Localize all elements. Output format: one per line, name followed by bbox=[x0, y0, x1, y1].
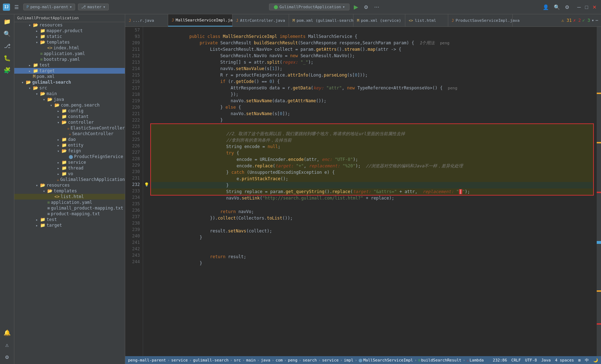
title-bar-center: ⬤ GulimallProductApplication ▾ ▶ ⚙ ⋯ bbox=[112, 3, 538, 11]
minimap[interactable] bbox=[597, 27, 601, 356]
close-button[interactable]: ✕ bbox=[591, 4, 598, 11]
breadcrumb-peng-mall-parent[interactable]: peng-mall-parent bbox=[128, 358, 166, 363]
run-button[interactable]: ▶ bbox=[352, 3, 360, 11]
breadcrumb-gulimall-search[interactable]: gulimall-search bbox=[193, 358, 229, 363]
search-button[interactable]: 🔍 bbox=[552, 4, 561, 11]
breadcrumb-search[interactable]: search bbox=[303, 358, 317, 363]
project-icon: P bbox=[26, 5, 29, 9]
html-file-icon: <> bbox=[47, 45, 52, 50]
activity-search-icon[interactable]: 🔍 bbox=[1, 28, 13, 39]
tab-pom-gulimall-search[interactable]: M pom.xml (gulimall-search) bbox=[289, 14, 353, 26]
sidebar-item-templates1[interactable]: ▾ 📂 templates bbox=[14, 39, 125, 45]
sidebar-item-com-peng-search[interactable]: ▾ 📂 com.peng.search bbox=[14, 102, 125, 108]
app-name-button[interactable]: ⬤ GulimallProductApplication ▾ bbox=[269, 4, 350, 10]
more-button[interactable]: ⋯ bbox=[373, 4, 381, 11]
tree-arrow-spacer bbox=[43, 206, 47, 210]
sidebar-item-java1[interactable]: ▾ 📂 java bbox=[14, 97, 125, 102]
theme-icon[interactable]: 中 bbox=[585, 358, 589, 363]
breadcrumb-java[interactable]: java bbox=[261, 358, 270, 363]
breadcrumb-lambda[interactable]: ⚠ Lambda bbox=[466, 358, 484, 363]
branch-selector[interactable]: ⎇ master ▾ bbox=[78, 4, 108, 10]
sidebar-item-index-html[interactable]: <> index.html bbox=[14, 45, 125, 51]
layout-icon[interactable]: ⊞ bbox=[578, 358, 581, 363]
tab-MallSearchServiceImpl[interactable]: J MallSearchServiceImpl.java ✕ bbox=[168, 14, 233, 26]
breadcrumb-service[interactable]: service bbox=[171, 358, 188, 363]
tab-AttrController[interactable]: J AttrController.java bbox=[233, 14, 289, 26]
sidebar-item-ElasticSaveController[interactable]: ☕ ElasticSaveController bbox=[14, 125, 125, 131]
sidebar-item-thread[interactable]: ▸ 📁 thread bbox=[14, 165, 125, 171]
sidebar-item-list-html[interactable]: <> list.html bbox=[14, 194, 125, 200]
sidebar-content[interactable]: ▾ 📂 resources ▸ 📁 mapper.product ▸ 📁 sta… bbox=[14, 22, 125, 364]
sidebar-item-vo[interactable]: ▸ 📁 vo bbox=[14, 171, 125, 177]
sidebar-item-dao[interactable]: ▸ 📁 dao bbox=[14, 137, 125, 142]
line-ending[interactable]: CRLF bbox=[511, 358, 521, 363]
activity-project-icon[interactable]: 📁 bbox=[1, 16, 13, 27]
hamburger-button[interactable]: ☰ bbox=[13, 4, 20, 11]
breadcrumb-peng[interactable]: peng bbox=[288, 358, 298, 363]
sidebar-item-gulimall-product-mapping[interactable]: ≡ gulimall_product-mapping.txt bbox=[14, 205, 125, 211]
breadcrumb-src[interactable]: src bbox=[234, 358, 241, 363]
charset[interactable]: UTF-8 bbox=[525, 358, 537, 363]
lightbulb-icon[interactable]: 💡 bbox=[143, 181, 150, 188]
breadcrumb-main[interactable]: main bbox=[246, 358, 256, 363]
project-selector[interactable]: P peng-mall-parent ▾ bbox=[23, 4, 75, 10]
sidebar-item-target1[interactable]: ▸ 📁 target bbox=[14, 68, 125, 74]
breadcrumb-impl[interactable]: impl bbox=[344, 358, 353, 363]
activity-git-icon[interactable]: ⎇ bbox=[1, 40, 13, 51]
tab-icon: M bbox=[357, 19, 359, 23]
indent-mode[interactable]: 4 spaces bbox=[555, 358, 574, 363]
sidebar-item-test2[interactable]: ▸ 📁 test bbox=[14, 217, 125, 222]
tree-expand-arrow: ▾ bbox=[43, 98, 47, 102]
tab-label: ...r.java bbox=[133, 18, 154, 23]
sidebar-item-entity[interactable]: ▸ 📁 entity bbox=[14, 142, 125, 148]
tab-ProductSaveServiceImpl[interactable]: J ProductSaveServiceImpl.java bbox=[448, 14, 513, 26]
cursor-position[interactable]: 232:86 bbox=[493, 358, 507, 363]
sidebar-item-SearchController[interactable]: ☕ SearchController bbox=[14, 131, 125, 137]
sidebar-item-static[interactable]: ▸ 📁 static bbox=[14, 34, 125, 39]
activity-extensions-icon[interactable]: 🧩 bbox=[1, 64, 13, 76]
tab-r-java[interactable]: J ...r.java bbox=[125, 14, 168, 26]
sidebar-item-mapper-product[interactable]: ▸ 📁 mapper.product bbox=[14, 28, 125, 34]
editor-content[interactable]: public class MallSearchServiceImpl imple… bbox=[150, 27, 597, 356]
sidebar-item-constant[interactable]: ▸ 📁 constant bbox=[14, 114, 125, 119]
folder-icon: 📂 bbox=[40, 183, 45, 188]
sidebar-item-test1[interactable]: ▸ 📁 test bbox=[14, 62, 125, 68]
sidebar-item-resources2[interactable]: ▾ 📂 resources bbox=[14, 182, 125, 188]
sidebar-item-bootstrap-yaml1[interactable]: ≡ bootstrap.yaml bbox=[14, 56, 125, 62]
breadcrumb-method[interactable]: m buildSearchResult bbox=[418, 358, 461, 363]
sidebar-item-application-yaml1[interactable]: ≡ application.yaml bbox=[14, 51, 125, 56]
maximize-button[interactable]: □ bbox=[584, 4, 590, 11]
sidebar-item-feign[interactable]: ▾ 📂 feign bbox=[14, 148, 125, 154]
profile-button[interactable]: 👤 bbox=[541, 4, 550, 11]
activity-debug-icon[interactable]: 🐛 bbox=[1, 52, 13, 64]
minimize-button[interactable]: ─ bbox=[576, 4, 582, 11]
sidebar-item-service[interactable]: ▸ 📁 service bbox=[14, 159, 125, 165]
sidebar-item-main1[interactable]: ▾ 📂 main bbox=[14, 91, 125, 97]
build-button[interactable]: ⚙ bbox=[362, 4, 370, 11]
sidebar-item-product-mapping[interactable]: ≡ product-mapping.txt bbox=[14, 211, 125, 217]
sidebar-item-ProductFeignService[interactable]: ⬤ ProductFeignService bbox=[14, 154, 125, 159]
tab-pom-service[interactable]: M pom.xml (service) bbox=[353, 14, 405, 26]
sidebar-item-resources1[interactable]: ▾ 📂 resources bbox=[14, 22, 125, 28]
sidebar-item-templates2[interactable]: ▾ 📂 templates bbox=[14, 188, 125, 194]
activity-notifications-icon[interactable]: 🔔 bbox=[1, 327, 13, 338]
sidebar-item-controller[interactable]: ▾ 📂 controller bbox=[14, 119, 125, 125]
language-mode[interactable]: Java bbox=[541, 358, 551, 363]
tab-more-button[interactable]: ⚠ 31 ✗ 2 ✓ 3 ▾ ⋯ bbox=[558, 14, 601, 26]
sidebar-item-pom-xml1[interactable]: M pom.xml bbox=[14, 74, 125, 79]
sidebar-item-GulimallSearchApplication[interactable]: ☕ GulimallSearchApplication bbox=[14, 177, 125, 182]
sidebar-item-target2[interactable]: ▸ 📁 target bbox=[14, 222, 125, 228]
breadcrumb-class[interactable]: ⬤ MallSearchServiceImpl bbox=[358, 358, 413, 363]
sidebar: GulimallProductApplication ▾ 📂 resources… bbox=[14, 14, 125, 364]
sidebar-item-application-yaml2[interactable]: ≡ application.yaml bbox=[14, 200, 125, 205]
activity-settings-icon[interactable]: ⚙ bbox=[1, 351, 13, 363]
breadcrumb-service2[interactable]: service bbox=[322, 358, 338, 363]
tab-list-html[interactable]: <> list.html bbox=[405, 14, 448, 26]
settings-button[interactable]: ⚙ bbox=[563, 4, 571, 11]
sidebar-item-config[interactable]: ▸ 📁 config bbox=[14, 108, 125, 114]
activity-problems-icon[interactable]: ⚠ bbox=[1, 339, 13, 350]
night-mode-icon[interactable]: 🌙 bbox=[593, 358, 598, 363]
sidebar-item-src1[interactable]: ▾ 📂 src bbox=[14, 85, 125, 91]
breadcrumb-com[interactable]: com bbox=[275, 358, 283, 363]
sidebar-item-gulimall-search[interactable]: ▾ 📂 gulimall-search bbox=[14, 79, 125, 85]
